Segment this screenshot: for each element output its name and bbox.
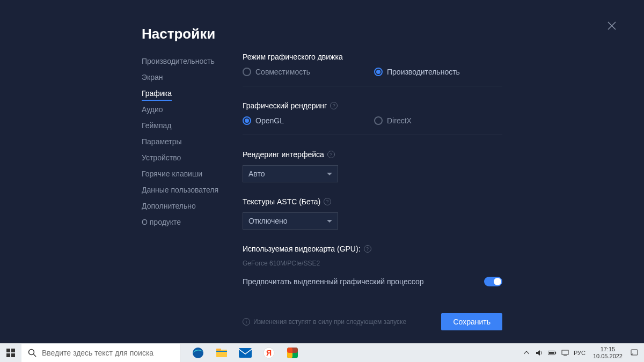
sidebar-item-shortcuts[interactable]: Горячие клавиши (142, 166, 233, 181)
tray-time: 17:15 (593, 346, 623, 353)
section-gpu: Используемая видеокарта (GPU): ? GeForce… (243, 245, 502, 286)
gpu-info: GeForce 610M/PCIe/SSE2 (243, 260, 502, 267)
taskbar: Введите здесь текст для поиска Я РУС 17:… (0, 343, 644, 362)
tray-notifications-icon[interactable] (630, 349, 639, 357)
sidebar-item-device[interactable]: Устройство (142, 150, 233, 165)
system-tray: РУС 17:15 10.05.2022 (522, 346, 644, 360)
tray-network-icon[interactable] (561, 349, 569, 357)
radio-label: DirectX (387, 116, 412, 125)
page-title: Настройки (142, 26, 215, 42)
divider (243, 86, 502, 86)
radio-group-renderer: OpenGL DirectX (243, 116, 502, 125)
radio-compatibility[interactable]: Совместимость (243, 68, 374, 76)
taskbar-apps: Я (187, 344, 304, 363)
divider (243, 135, 502, 135)
tray-clock[interactable]: 17:15 10.05.2022 (590, 346, 626, 360)
sidebar-item-advanced[interactable]: Дополнительно (142, 198, 233, 213)
edge-icon (192, 347, 204, 359)
svg-point-4 (29, 350, 34, 355)
tray-battery-icon[interactable] (548, 349, 557, 357)
chevron-down-icon (327, 220, 332, 223)
svg-rect-2 (6, 353, 10, 357)
svg-rect-10 (239, 348, 252, 358)
search-box[interactable]: Введите здесь текст для поиска (21, 344, 180, 363)
toggle-row-gpu: Предпочитать выделенный графический проц… (243, 277, 502, 286)
taskbar-explorer[interactable] (210, 344, 233, 363)
svg-rect-15 (287, 348, 298, 353)
radio-icon (243, 68, 251, 76)
svg-rect-0 (6, 349, 10, 352)
sidebar-item-display[interactable]: Экран (142, 70, 233, 85)
radio-icon (243, 116, 251, 125)
section-title-renderer: Графический рендеринг ? (243, 101, 502, 110)
tray-volume-icon[interactable] (535, 349, 544, 357)
info-icon: i (243, 318, 250, 326)
radio-directx[interactable]: DirectX (374, 116, 412, 125)
taskbar-bluestacks[interactable] (281, 344, 304, 363)
section-renderer: Графический рендеринг ? OpenGL DirectX (243, 101, 502, 135)
footer: i Изменения вступят в силу при следующем… (243, 313, 502, 330)
sidebar-item-gamepad[interactable]: Геймпад (142, 118, 233, 133)
radio-opengl[interactable]: OpenGL (243, 116, 374, 125)
radio-label: OpenGL (255, 116, 284, 125)
section-title-text: Текстуры ASTC (Бета) (243, 197, 320, 206)
sidebar-item-performance[interactable]: Производительность (142, 54, 233, 69)
svg-rect-3 (11, 353, 15, 357)
sidebar-item-userdata[interactable]: Данные пользователя (142, 182, 233, 197)
svg-rect-1 (11, 349, 15, 352)
tray-date: 10.05.2022 (593, 353, 623, 360)
toggle-dedicated-gpu[interactable] (484, 277, 502, 286)
save-button[interactable]: Сохранить (441, 313, 502, 330)
taskbar-edge[interactable] (187, 344, 209, 363)
tray-language[interactable]: РУС (574, 350, 586, 356)
help-icon[interactable]: ? (330, 102, 338, 109)
sidebar-item-audio[interactable]: Аудио (142, 102, 233, 117)
taskbar-yandex[interactable]: Я (258, 344, 280, 363)
start-button[interactable] (0, 344, 21, 363)
dropdown-astc[interactable]: Отключено (243, 212, 338, 230)
footer-info-text: Изменения вступят в силу при следующем з… (253, 318, 406, 326)
radio-label: Совместимость (255, 68, 310, 76)
windows-icon (6, 349, 15, 357)
svg-text:Я: Я (266, 349, 272, 357)
radio-group-engine: Совместимость Производительность (243, 68, 502, 76)
help-icon[interactable]: ? (324, 198, 331, 205)
yandex-icon: Я (263, 347, 275, 359)
svg-rect-17 (555, 352, 556, 354)
svg-rect-19 (562, 350, 568, 354)
close-button[interactable] (608, 21, 618, 32)
sidebar-item-about[interactable]: О продукте (142, 215, 233, 230)
help-icon[interactable]: ? (327, 151, 335, 158)
section-title-text: Используемая видеокарта (GPU): (243, 245, 361, 253)
sidebar-item-graphics[interactable]: Графика (142, 86, 172, 101)
search-placeholder: Введите здесь текст для поиска (42, 349, 153, 357)
toggle-knob (494, 278, 501, 285)
dropdown-value: Авто (248, 169, 265, 178)
sidebar: Производительность Экран Графика Аудио Г… (142, 54, 233, 231)
search-icon (28, 349, 36, 357)
svg-rect-18 (549, 352, 554, 354)
footer-info: i Изменения вступят в силу при следующем… (243, 318, 406, 326)
svg-rect-9 (216, 351, 227, 352)
tray-chevron-icon[interactable] (522, 349, 531, 357)
section-title-gpu: Используемая видеокарта (GPU): ? (243, 245, 502, 253)
toggle-label: Предпочитать выделенный графический проц… (243, 277, 423, 286)
chevron-down-icon (327, 173, 332, 175)
sidebar-item-preferences[interactable]: Параметры (142, 134, 233, 149)
section-engine: Режим графического движка Совместимость … (243, 53, 502, 86)
bluestacks-icon (287, 347, 298, 359)
dropdown-interface[interactable]: Авто (243, 165, 338, 182)
help-icon[interactable]: ? (364, 245, 371, 253)
content-area: Режим графического движка Совместимость … (243, 53, 502, 301)
radio-icon (374, 116, 383, 125)
radio-performance[interactable]: Производительность (374, 68, 460, 76)
section-title-text: Графический рендеринг (243, 101, 327, 110)
section-title-engine: Режим графического движка (243, 53, 502, 61)
section-title-astc: Текстуры ASTC (Бета) ? (243, 197, 502, 206)
section-title-text: Рендеринг интерфейса (243, 150, 324, 159)
folder-icon (216, 348, 228, 358)
section-interface: Рендеринг интерфейса ? Авто (243, 150, 502, 182)
taskbar-mail[interactable] (234, 344, 257, 363)
close-icon (608, 21, 616, 30)
section-title-interface: Рендеринг интерфейса ? (243, 150, 502, 159)
